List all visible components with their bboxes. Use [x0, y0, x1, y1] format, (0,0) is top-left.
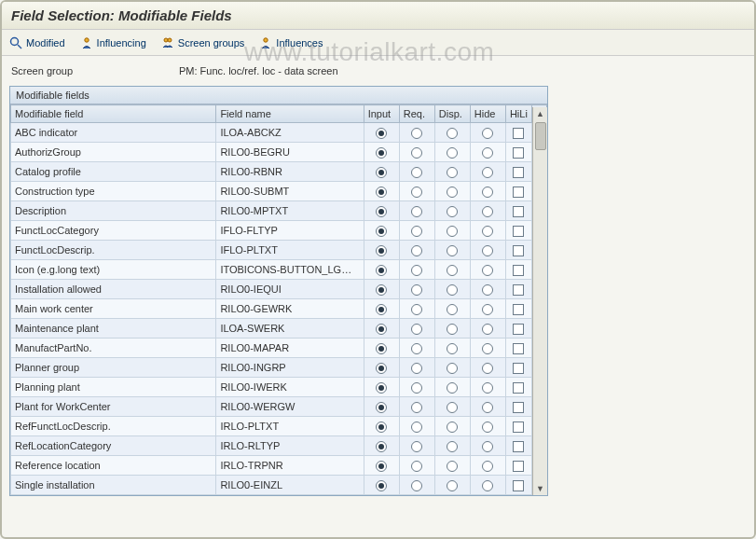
radio-input[interactable]	[376, 128, 387, 139]
cell-radio-req[interactable]	[399, 319, 434, 339]
radio-disp[interactable]	[447, 147, 458, 159]
radio-input[interactable]	[376, 382, 387, 394]
radio-req[interactable]	[411, 324, 422, 335]
radio-req[interactable]	[411, 187, 422, 198]
radio-hide[interactable]	[482, 245, 493, 256]
cell-radio-req[interactable]	[399, 436, 434, 456]
cell-radio-disp[interactable]	[434, 476, 470, 495]
checkbox-hili[interactable]	[513, 284, 524, 296]
table-row[interactable]: FunctLocCategoryIFLO-FLTYP	[11, 221, 547, 241]
cell-radio-req[interactable]	[399, 182, 434, 201]
cell-radio-disp[interactable]	[434, 182, 470, 201]
cell-radio-hide[interactable]	[470, 358, 505, 378]
radio-input[interactable]	[376, 402, 387, 413]
cell-hili[interactable]	[505, 182, 531, 201]
checkbox-hili[interactable]	[513, 226, 524, 237]
radio-req[interactable]	[411, 226, 422, 237]
radio-disp[interactable]	[447, 206, 458, 217]
cell-radio-req[interactable]	[399, 280, 434, 299]
cell-radio-disp[interactable]	[434, 201, 470, 221]
cell-hili[interactable]	[505, 143, 531, 162]
cell-radio-input[interactable]	[364, 378, 399, 397]
radio-disp[interactable]	[447, 284, 458, 296]
cell-hili[interactable]	[505, 397, 531, 417]
col-modifiable-field[interactable]: Modifiable field	[11, 105, 216, 123]
radio-req[interactable]	[411, 343, 422, 354]
cell-radio-input[interactable]	[364, 260, 399, 280]
radio-input[interactable]	[376, 167, 387, 178]
radio-input[interactable]	[376, 187, 387, 198]
radio-disp[interactable]	[447, 265, 458, 276]
checkbox-hili[interactable]	[513, 147, 524, 159]
radio-disp[interactable]	[447, 382, 458, 394]
checkbox-hili[interactable]	[513, 128, 524, 139]
radio-req[interactable]	[411, 480, 422, 491]
cell-radio-disp[interactable]	[434, 123, 470, 143]
radio-hide[interactable]	[482, 128, 493, 139]
radio-disp[interactable]	[447, 226, 458, 237]
col-hili[interactable]: HiLi	[505, 105, 531, 123]
radio-input[interactable]	[376, 206, 387, 217]
cell-hili[interactable]	[505, 221, 531, 241]
checkbox-hili[interactable]	[513, 187, 524, 198]
cell-radio-hide[interactable]	[470, 182, 505, 201]
cell-radio-req[interactable]	[399, 378, 434, 397]
cell-hili[interactable]	[505, 339, 531, 358]
checkbox-hili[interactable]	[513, 382, 524, 394]
table-row[interactable]: Icon (e.g.long text)ITOBICONS-BUTTON_LG…	[11, 260, 547, 280]
table-row[interactable]: ManufactPartNo.RILO0-MAPAR	[11, 339, 547, 358]
cell-radio-disp[interactable]	[434, 299, 470, 319]
checkbox-hili[interactable]	[513, 324, 524, 335]
checkbox-hili[interactable]	[513, 461, 524, 472]
cell-radio-hide[interactable]	[470, 201, 505, 221]
table-row[interactable]: Catalog profileRILO0-RBNR	[11, 162, 547, 182]
radio-disp[interactable]	[447, 167, 458, 178]
radio-disp[interactable]	[447, 324, 458, 335]
cell-hili[interactable]	[505, 162, 531, 182]
radio-input[interactable]	[376, 284, 387, 296]
radio-hide[interactable]	[482, 363, 493, 374]
cell-radio-disp[interactable]	[434, 319, 470, 339]
cell-radio-hide[interactable]	[470, 378, 505, 397]
radio-disp[interactable]	[447, 187, 458, 198]
cell-hili[interactable]	[505, 378, 531, 397]
checkbox-hili[interactable]	[513, 402, 524, 413]
radio-req[interactable]	[411, 128, 422, 139]
cell-radio-disp[interactable]	[434, 260, 470, 280]
radio-hide[interactable]	[482, 343, 493, 354]
vertical-scrollbar[interactable]: ▲ ▼	[532, 107, 547, 495]
table-row[interactable]: FunctLocDescrip.IFLO-PLTXT	[11, 241, 547, 260]
cell-radio-hide[interactable]	[470, 260, 505, 280]
cell-hili[interactable]	[505, 299, 531, 319]
table-row[interactable]: Reference locationIRLO-TRPNR	[11, 456, 547, 476]
checkbox-hili[interactable]	[513, 343, 524, 354]
cell-radio-input[interactable]	[364, 201, 399, 221]
radio-disp[interactable]	[447, 363, 458, 374]
radio-disp[interactable]	[447, 304, 458, 315]
radio-req[interactable]	[411, 265, 422, 276]
col-disp[interactable]: Disp.	[434, 105, 470, 123]
radio-input[interactable]	[376, 147, 387, 159]
cell-radio-req[interactable]	[399, 241, 434, 260]
radio-hide[interactable]	[482, 226, 493, 237]
table-row[interactable]: ABC indicatorILOA-ABCKZ	[11, 123, 547, 143]
modified-button[interactable]: Modified	[9, 36, 65, 49]
cell-radio-input[interactable]	[364, 241, 399, 260]
cell-radio-hide[interactable]	[470, 319, 505, 339]
cell-radio-hide[interactable]	[470, 280, 505, 299]
radio-hide[interactable]	[482, 147, 493, 159]
checkbox-hili[interactable]	[513, 265, 524, 276]
cell-radio-hide[interactable]	[470, 221, 505, 241]
radio-req[interactable]	[411, 206, 422, 217]
radio-hide[interactable]	[482, 304, 493, 315]
radio-disp[interactable]	[447, 480, 458, 491]
cell-radio-disp[interactable]	[434, 417, 470, 436]
cell-radio-input[interactable]	[364, 358, 399, 378]
cell-radio-disp[interactable]	[434, 378, 470, 397]
cell-radio-input[interactable]	[364, 319, 399, 339]
col-req[interactable]: Req.	[399, 105, 434, 123]
cell-radio-input[interactable]	[364, 456, 399, 476]
cell-radio-req[interactable]	[399, 339, 434, 358]
cell-radio-hide[interactable]	[470, 397, 505, 417]
col-input[interactable]: Input	[364, 105, 399, 123]
